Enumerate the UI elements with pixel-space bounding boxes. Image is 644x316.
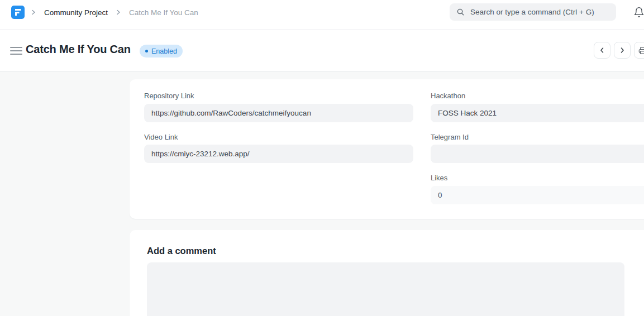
page-title: Catch Me If You Can bbox=[26, 43, 131, 56]
print-button[interactable] bbox=[634, 42, 644, 59]
chevron-right-icon bbox=[618, 46, 626, 54]
top-navbar: Community Project Catch Me If You Can bbox=[0, 0, 644, 30]
notifications-bell-button[interactable] bbox=[632, 6, 644, 19]
chevron-left-icon bbox=[598, 46, 606, 54]
breadcrumb-current-page[interactable]: Catch Me If You Can bbox=[129, 8, 198, 17]
printer-icon bbox=[638, 46, 644, 55]
comment-input[interactable] bbox=[147, 262, 624, 316]
next-document-button[interactable] bbox=[614, 42, 631, 59]
search-icon bbox=[456, 8, 465, 16]
hamburger-icon bbox=[10, 46, 22, 55]
global-search[interactable] bbox=[450, 3, 616, 21]
add-comment-heading: Add a comment bbox=[147, 246, 216, 256]
comment-section-card: Add a comment bbox=[130, 230, 644, 316]
likes-label: Likes bbox=[431, 174, 447, 182]
sidebar-toggle-button[interactable] bbox=[9, 44, 23, 58]
status-dot-icon bbox=[145, 50, 148, 52]
frappe-logo[interactable] bbox=[11, 6, 25, 19]
status-badge-label: Enabled bbox=[151, 47, 177, 55]
breadcrumb: Community Project Catch Me If You Can bbox=[30, 0, 198, 25]
video-link-field[interactable] bbox=[144, 145, 413, 163]
page-body: Repository Link Video Link Hackathon Tel… bbox=[0, 71, 644, 316]
telegram-id-label: Telegram Id bbox=[431, 133, 469, 141]
bell-icon bbox=[633, 7, 644, 18]
chevron-right-icon bbox=[115, 9, 122, 16]
repository-link-field[interactable] bbox=[144, 104, 413, 122]
repository-link-label: Repository Link bbox=[144, 92, 413, 100]
hackathon-label: Hackathon bbox=[431, 92, 465, 100]
previous-document-button[interactable] bbox=[594, 42, 610, 59]
chevron-right-icon bbox=[30, 9, 37, 16]
telegram-id-field[interactable] bbox=[431, 145, 644, 163]
hackathon-field[interactable] bbox=[431, 104, 644, 122]
search-input[interactable] bbox=[469, 7, 609, 17]
breadcrumb-community-project[interactable]: Community Project bbox=[44, 8, 108, 17]
video-link-label: Video Link bbox=[144, 133, 413, 141]
likes-field bbox=[431, 186, 644, 204]
form-section-card: Repository Link Video Link Hackathon Tel… bbox=[130, 79, 644, 219]
page-head: Catch Me If You Can Enabled bbox=[0, 30, 644, 71]
status-badge: Enabled bbox=[140, 45, 183, 58]
